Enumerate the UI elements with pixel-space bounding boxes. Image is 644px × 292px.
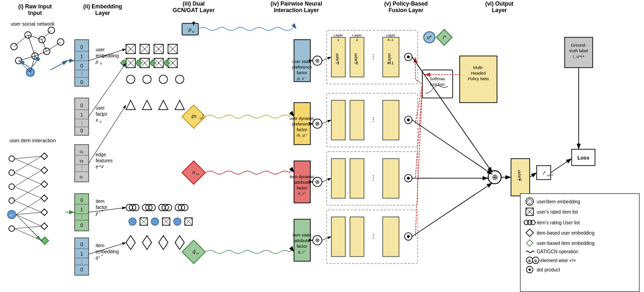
page-container <box>0 0 644 292</box>
